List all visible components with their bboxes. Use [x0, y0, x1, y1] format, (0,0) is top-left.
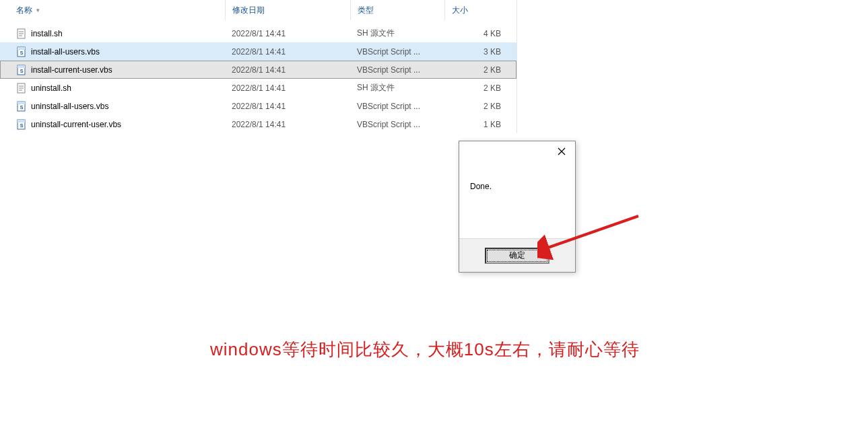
file-date-cell: 2022/8/1 14:41 — [225, 47, 350, 57]
file-name-cell: uninstall.sh — [16, 83, 225, 94]
file-size-cell: 1 KB — [444, 120, 512, 129]
file-size-cell: 2 KB — [444, 65, 512, 75]
file-size-cell: 2 KB — [444, 102, 512, 111]
svg-text:S: S — [20, 50, 24, 55]
close-icon — [558, 147, 566, 155]
file-row[interactable]: Suninstall-current-user.vbs2022/8/1 14:4… — [0, 115, 516, 133]
svg-text:S: S — [20, 105, 24, 110]
file-date-cell: 2022/8/1 14:41 — [225, 120, 350, 129]
vbs-file-icon: S — [16, 65, 27, 75]
file-name-label: uninstall-current-user.vbs — [31, 120, 121, 129]
file-name-cell: Sinstall-current-user.vbs — [16, 65, 225, 75]
file-name-cell: Suninstall-all-users.vbs — [16, 101, 225, 112]
file-name-label: uninstall-all-users.vbs — [31, 102, 108, 111]
file-row[interactable]: Suninstall-all-users.vbs2022/8/1 14:41VB… — [0, 97, 516, 115]
file-list: install.sh2022/8/1 14:41SH 源文件4 KBSinsta… — [0, 24, 516, 133]
column-header-row: 名称 ▾ 修改日期 类型 大小 — [0, 0, 516, 20]
file-name-cell: Sinstall-all-users.vbs — [16, 46, 225, 57]
column-header-type-label: 类型 — [358, 5, 374, 16]
column-header-date-label: 修改日期 — [232, 5, 265, 16]
vbs-file-icon: S — [16, 119, 27, 130]
file-name-label: install-all-users.vbs — [31, 47, 100, 57]
column-header-name[interactable]: 名称 ▾ — [16, 5, 225, 16]
dialog-message: Done. — [470, 182, 492, 191]
file-type-cell: VBScript Script ... — [350, 65, 444, 75]
message-dialog: Done. 确定 — [459, 141, 576, 273]
file-row[interactable]: install.sh2022/8/1 14:41SH 源文件4 KB — [0, 24, 516, 42]
file-type-cell: VBScript Script ... — [350, 102, 444, 111]
file-name-label: uninstall.sh — [31, 83, 71, 93]
svg-text:S: S — [20, 69, 24, 73]
ok-button-label: 确定 — [509, 250, 525, 261]
svg-text:S: S — [20, 123, 24, 128]
sh-file-icon — [16, 28, 27, 39]
file-row[interactable]: Sinstall-all-users.vbs2022/8/1 14:41VBSc… — [0, 42, 516, 61]
vbs-file-icon: S — [16, 46, 27, 57]
column-header-type[interactable]: 类型 — [350, 0, 444, 20]
file-date-cell: 2022/8/1 14:41 — [225, 65, 350, 75]
ok-button[interactable]: 确定 — [485, 248, 549, 264]
vbs-file-icon: S — [16, 101, 27, 112]
file-size-cell: 2 KB — [444, 83, 512, 93]
file-explorer: 名称 ▾ 修改日期 类型 大小 install.sh2022/8/1 14:41… — [0, 0, 517, 133]
file-size-cell: 3 KB — [444, 47, 512, 57]
file-name-cell: install.sh — [16, 28, 225, 39]
file-type-cell: SH 源文件 — [350, 28, 444, 39]
file-type-cell: SH 源文件 — [350, 82, 444, 94]
file-size-cell: 4 KB — [444, 29, 512, 38]
file-type-cell: VBScript Script ... — [350, 47, 444, 57]
sort-indicator-icon: ▾ — [36, 7, 40, 13]
dialog-titlebar[interactable] — [459, 141, 575, 166]
file-date-cell: 2022/8/1 14:41 — [225, 29, 350, 38]
file-type-cell: VBScript Script ... — [350, 120, 444, 129]
column-header-size-label: 大小 — [452, 5, 468, 16]
annotation-caption: windows等待时间比较久，大概10s左右，请耐心等待 — [210, 338, 640, 361]
file-row[interactable]: Sinstall-current-user.vbs2022/8/1 14:41V… — [0, 61, 516, 79]
file-row[interactable]: uninstall.sh2022/8/1 14:41SH 源文件2 KB — [0, 79, 516, 97]
dialog-body: Done. — [459, 166, 575, 238]
file-date-cell: 2022/8/1 14:41 — [225, 102, 350, 111]
file-name-cell: Suninstall-current-user.vbs — [16, 119, 225, 130]
column-header-size[interactable]: 大小 — [444, 0, 512, 20]
dialog-footer: 确定 — [459, 238, 575, 272]
close-button[interactable] — [548, 141, 575, 162]
file-name-label: install.sh — [31, 29, 63, 38]
file-date-cell: 2022/8/1 14:41 — [225, 83, 350, 93]
column-header-date[interactable]: 修改日期 — [225, 0, 350, 20]
file-name-label: install-current-user.vbs — [31, 65, 112, 75]
column-header-name-label: 名称 — [16, 5, 32, 16]
sh-file-icon — [16, 83, 27, 94]
